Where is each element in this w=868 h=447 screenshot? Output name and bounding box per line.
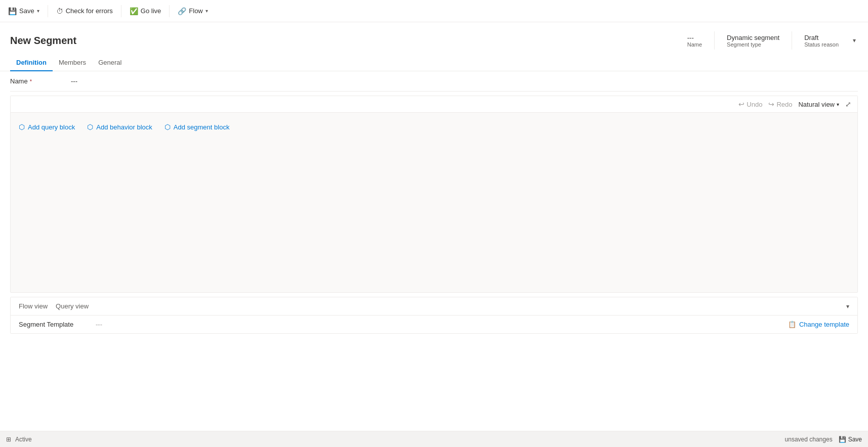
redo-icon: ↪ bbox=[768, 100, 774, 108]
flow-icon: 🔗 bbox=[178, 7, 186, 15]
expand-button[interactable]: ⤢ bbox=[845, 100, 851, 108]
add-query-label: Add query block bbox=[28, 123, 75, 131]
template-row: Segment Template --- 📋 Change template bbox=[11, 315, 857, 333]
panel-header-left: Flow view Query view bbox=[19, 302, 89, 310]
go-live-button[interactable]: ✅ Go live bbox=[126, 5, 165, 17]
add-segment-block-button[interactable]: ⬡ Add segment block bbox=[164, 123, 230, 131]
meta-segment-type-value: Dynamic segment bbox=[727, 34, 779, 41]
template-label: Segment Template bbox=[19, 321, 90, 328]
meta-status: Draft Status reason bbox=[804, 34, 839, 48]
expand-icon: ⤢ bbox=[845, 100, 851, 108]
add-segment-label: Add segment block bbox=[174, 123, 230, 131]
natural-view-label: Natural view bbox=[798, 101, 835, 108]
tab-general[interactable]: General bbox=[92, 55, 128, 71]
meta-segment-type-label: Segment type bbox=[727, 41, 761, 48]
change-template-label: Change template bbox=[799, 321, 849, 328]
save-button[interactable]: 💾 Save ▾ bbox=[4, 5, 44, 17]
toolbar-divider-1 bbox=[48, 5, 48, 17]
meta-status-value: Draft bbox=[804, 34, 818, 41]
page-body: New Segment --- Name Dynamic segment Seg… bbox=[0, 22, 868, 354]
flow-dropdown-arrow[interactable]: ▾ bbox=[205, 8, 208, 14]
page-header: New Segment --- Name Dynamic segment Seg… bbox=[0, 22, 868, 53]
flow-label: Flow bbox=[189, 7, 202, 15]
natural-view-chevron: ▾ bbox=[837, 102, 839, 107]
tab-definition[interactable]: Definition bbox=[10, 55, 53, 71]
change-template-icon: 📋 bbox=[788, 321, 796, 328]
add-segment-icon: ⬡ bbox=[164, 123, 171, 131]
template-left: Segment Template --- bbox=[19, 321, 102, 328]
add-behavior-label: Add behavior block bbox=[96, 123, 152, 131]
header-chevron[interactable]: ▾ bbox=[851, 35, 858, 46]
undo-button[interactable]: ↩ Undo bbox=[738, 100, 762, 108]
go-live-icon: ✅ bbox=[130, 7, 138, 15]
add-query-icon: ⬡ bbox=[19, 123, 25, 131]
query-view-label[interactable]: Query view bbox=[56, 302, 89, 310]
add-behavior-block-button[interactable]: ⬡ Add behavior block bbox=[87, 123, 152, 131]
check-errors-button[interactable]: ⏱ Check for errors bbox=[52, 5, 117, 17]
redo-button[interactable]: ↪ Redo bbox=[768, 100, 792, 108]
redo-label: Redo bbox=[776, 101, 792, 108]
meta-segment-type: Dynamic segment Segment type bbox=[727, 34, 779, 48]
add-blocks-row: ⬡ Add query block ⬡ Add behavior block ⬡… bbox=[11, 113, 857, 141]
natural-view-button[interactable]: Natural view ▾ bbox=[798, 101, 839, 108]
toolbar-divider-3 bbox=[169, 5, 170, 17]
meta-name: --- Name bbox=[687, 34, 702, 48]
change-template-button[interactable]: 📋 Change template bbox=[788, 321, 849, 328]
tab-members[interactable]: Members bbox=[53, 55, 92, 71]
page-title: New Segment bbox=[10, 35, 76, 47]
flow-view-label[interactable]: Flow view bbox=[19, 302, 48, 310]
definition-toolbar: ↩ Undo ↪ Redo Natural view ▾ ⤢ bbox=[11, 96, 857, 113]
meta-separator-2 bbox=[792, 31, 792, 50]
bottom-panel: Flow view Query view ▾ Segment Template … bbox=[10, 297, 858, 334]
add-behavior-icon: ⬡ bbox=[87, 123, 93, 131]
header-meta: --- Name Dynamic segment Segment type Dr… bbox=[687, 31, 858, 50]
flow-button[interactable]: 🔗 Flow ▾ bbox=[174, 5, 212, 17]
definition-area: ↩ Undo ↪ Redo Natural view ▾ ⤢ ⬡ bbox=[10, 96, 858, 293]
toolbar: 💾 Save ▾ ⏱ Check for errors ✅ Go live 🔗 … bbox=[0, 0, 868, 22]
save-dropdown-arrow[interactable]: ▾ bbox=[37, 8, 39, 14]
meta-separator-1 bbox=[714, 31, 715, 50]
meta-status-label: Status reason bbox=[804, 41, 839, 48]
panel-header[interactable]: Flow view Query view ▾ bbox=[11, 297, 857, 315]
save-label: Save bbox=[19, 7, 34, 15]
main-content: Name * --- ↩ Undo ↪ Redo Natural view ▾ bbox=[0, 71, 868, 334]
undo-label: Undo bbox=[747, 101, 762, 108]
name-field-label: Name * bbox=[10, 77, 71, 85]
undo-icon: ↩ bbox=[738, 100, 745, 108]
meta-name-value: --- bbox=[687, 34, 694, 41]
name-row: Name * --- bbox=[10, 71, 858, 92]
check-errors-icon: ⏱ bbox=[56, 7, 63, 15]
save-icon: 💾 bbox=[8, 7, 17, 15]
tabs: Definition Members General bbox=[0, 55, 868, 71]
add-query-block-button[interactable]: ⬡ Add query block bbox=[19, 123, 75, 131]
template-value: --- bbox=[96, 321, 102, 328]
check-errors-label: Check for errors bbox=[66, 7, 113, 15]
required-star: * bbox=[30, 78, 32, 84]
meta-name-label: Name bbox=[687, 41, 702, 48]
toolbar-divider-2 bbox=[121, 5, 121, 17]
panel-chevron[interactable]: ▾ bbox=[846, 303, 849, 310]
name-field-value: --- bbox=[71, 77, 77, 85]
go-live-label: Go live bbox=[141, 7, 161, 15]
